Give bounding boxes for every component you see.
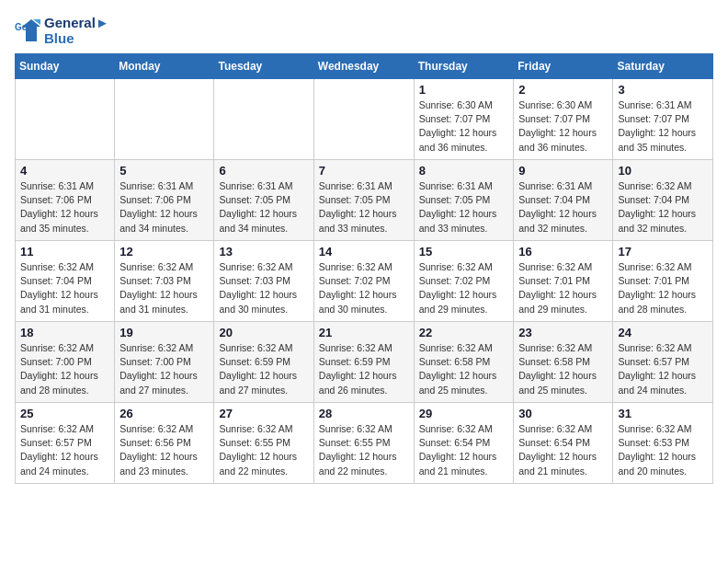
calendar-cell: 10Sunrise: 6:32 AM Sunset: 7:04 PM Dayli… bbox=[613, 160, 713, 241]
day-number: 8 bbox=[419, 164, 509, 178]
day-info: Sunrise: 6:32 AM Sunset: 6:59 PM Dayligh… bbox=[319, 341, 409, 397]
day-number: 2 bbox=[518, 83, 608, 97]
calendar-cell: 31Sunrise: 6:32 AM Sunset: 6:53 PM Dayli… bbox=[613, 403, 713, 484]
calendar-cell bbox=[214, 79, 313, 160]
calendar-week-4: 18Sunrise: 6:32 AM Sunset: 7:00 PM Dayli… bbox=[16, 322, 713, 403]
weekday-tuesday: Tuesday bbox=[214, 54, 313, 79]
calendar-body: 1Sunrise: 6:30 AM Sunset: 7:07 PM Daylig… bbox=[16, 79, 713, 484]
weekday-wednesday: Wednesday bbox=[313, 54, 414, 79]
calendar-cell: 18Sunrise: 6:32 AM Sunset: 7:00 PM Dayli… bbox=[16, 322, 115, 403]
calendar-cell bbox=[115, 79, 214, 160]
day-info: Sunrise: 6:31 AM Sunset: 7:04 PM Dayligh… bbox=[518, 179, 608, 236]
calendar-cell: 28Sunrise: 6:32 AM Sunset: 6:55 PM Dayli… bbox=[313, 403, 414, 484]
day-info: Sunrise: 6:32 AM Sunset: 6:55 PM Dayligh… bbox=[319, 422, 409, 478]
day-number: 28 bbox=[319, 407, 409, 420]
day-info: Sunrise: 6:32 AM Sunset: 6:56 PM Dayligh… bbox=[119, 422, 209, 478]
day-number: 10 bbox=[618, 164, 708, 178]
day-number: 20 bbox=[219, 326, 308, 339]
day-info: Sunrise: 6:32 AM Sunset: 6:58 PM Dayligh… bbox=[419, 341, 509, 397]
calendar-week-3: 11Sunrise: 6:32 AM Sunset: 7:04 PM Dayli… bbox=[16, 241, 713, 322]
calendar-cell: 17Sunrise: 6:32 AM Sunset: 7:01 PM Dayli… bbox=[613, 241, 713, 322]
calendar-cell: 30Sunrise: 6:32 AM Sunset: 6:54 PM Dayli… bbox=[514, 403, 613, 484]
day-number: 5 bbox=[119, 164, 209, 178]
calendar-cell: 23Sunrise: 6:32 AM Sunset: 6:58 PM Dayli… bbox=[514, 322, 613, 403]
day-number: 15 bbox=[419, 245, 509, 259]
day-info: Sunrise: 6:32 AM Sunset: 6:55 PM Dayligh… bbox=[219, 422, 308, 478]
day-number: 11 bbox=[20, 245, 109, 259]
calendar-cell: 15Sunrise: 6:32 AM Sunset: 7:02 PM Dayli… bbox=[414, 241, 514, 322]
day-info: Sunrise: 6:32 AM Sunset: 7:00 PM Dayligh… bbox=[119, 341, 209, 397]
day-number: 1 bbox=[419, 83, 509, 97]
day-number: 18 bbox=[20, 326, 109, 339]
day-info: Sunrise: 6:31 AM Sunset: 7:05 PM Dayligh… bbox=[419, 179, 509, 236]
day-info: Sunrise: 6:32 AM Sunset: 7:02 PM Dayligh… bbox=[319, 260, 409, 316]
calendar-cell: 9Sunrise: 6:31 AM Sunset: 7:04 PM Daylig… bbox=[514, 160, 613, 241]
day-info: Sunrise: 6:32 AM Sunset: 7:03 PM Dayligh… bbox=[119, 260, 209, 316]
calendar-cell: 25Sunrise: 6:32 AM Sunset: 6:57 PM Dayli… bbox=[16, 403, 115, 484]
weekday-saturday: Saturday bbox=[613, 54, 713, 79]
day-info: Sunrise: 6:32 AM Sunset: 6:57 PM Dayligh… bbox=[20, 422, 109, 478]
day-info: Sunrise: 6:32 AM Sunset: 6:58 PM Dayligh… bbox=[518, 341, 608, 397]
day-number: 27 bbox=[219, 407, 308, 420]
day-info: Sunrise: 6:31 AM Sunset: 7:05 PM Dayligh… bbox=[219, 179, 308, 236]
day-info: Sunrise: 6:31 AM Sunset: 7:06 PM Dayligh… bbox=[20, 179, 109, 236]
calendar-cell: 3Sunrise: 6:31 AM Sunset: 7:07 PM Daylig… bbox=[613, 79, 713, 160]
calendar-cell bbox=[16, 79, 115, 160]
calendar-cell: 14Sunrise: 6:32 AM Sunset: 7:02 PM Dayli… bbox=[313, 241, 414, 322]
weekday-sunday: Sunday bbox=[16, 54, 115, 79]
day-info: Sunrise: 6:32 AM Sunset: 7:04 PM Dayligh… bbox=[20, 260, 109, 316]
day-info: Sunrise: 6:32 AM Sunset: 7:01 PM Dayligh… bbox=[618, 260, 708, 316]
logo-icon: Gen bbox=[15, 17, 40, 43]
day-number: 25 bbox=[20, 407, 109, 420]
calendar-cell: 1Sunrise: 6:30 AM Sunset: 7:07 PM Daylig… bbox=[414, 79, 514, 160]
calendar-cell: 22Sunrise: 6:32 AM Sunset: 6:58 PM Dayli… bbox=[414, 322, 514, 403]
day-number: 26 bbox=[119, 407, 209, 420]
calendar-week-5: 25Sunrise: 6:32 AM Sunset: 6:57 PM Dayli… bbox=[16, 403, 713, 484]
day-info: Sunrise: 6:32 AM Sunset: 7:04 PM Dayligh… bbox=[618, 179, 708, 236]
day-number: 31 bbox=[618, 407, 708, 420]
day-info: Sunrise: 6:32 AM Sunset: 6:59 PM Dayligh… bbox=[219, 341, 308, 397]
day-number: 19 bbox=[119, 326, 209, 339]
calendar-cell: 24Sunrise: 6:32 AM Sunset: 6:57 PM Dayli… bbox=[613, 322, 713, 403]
calendar-cell: 5Sunrise: 6:31 AM Sunset: 7:06 PM Daylig… bbox=[115, 160, 214, 241]
calendar-cell: 7Sunrise: 6:31 AM Sunset: 7:05 PM Daylig… bbox=[313, 160, 414, 241]
day-number: 7 bbox=[319, 164, 409, 178]
calendar-cell: 20Sunrise: 6:32 AM Sunset: 6:59 PM Dayli… bbox=[214, 322, 313, 403]
day-info: Sunrise: 6:32 AM Sunset: 6:54 PM Dayligh… bbox=[518, 422, 608, 478]
calendar-table: SundayMondayTuesdayWednesdayThursdayFrid… bbox=[15, 53, 713, 484]
weekday-thursday: Thursday bbox=[414, 54, 514, 79]
page-header: Gen General► Blue bbox=[15, 15, 713, 46]
logo-text: General► Blue bbox=[44, 15, 109, 46]
day-number: 24 bbox=[618, 326, 708, 339]
weekday-friday: Friday bbox=[514, 54, 613, 79]
day-number: 13 bbox=[219, 245, 308, 259]
calendar-cell: 12Sunrise: 6:32 AM Sunset: 7:03 PM Dayli… bbox=[115, 241, 214, 322]
day-number: 22 bbox=[419, 326, 509, 339]
calendar-cell: 27Sunrise: 6:32 AM Sunset: 6:55 PM Dayli… bbox=[214, 403, 313, 484]
day-info: Sunrise: 6:32 AM Sunset: 6:57 PM Dayligh… bbox=[618, 341, 708, 397]
day-number: 12 bbox=[119, 245, 209, 259]
calendar-cell: 4Sunrise: 6:31 AM Sunset: 7:06 PM Daylig… bbox=[16, 160, 115, 241]
day-info: Sunrise: 6:32 AM Sunset: 6:53 PM Dayligh… bbox=[618, 422, 708, 478]
day-info: Sunrise: 6:31 AM Sunset: 7:05 PM Dayligh… bbox=[319, 179, 409, 236]
weekday-header-row: SundayMondayTuesdayWednesdayThursdayFrid… bbox=[16, 54, 713, 79]
calendar-week-1: 1Sunrise: 6:30 AM Sunset: 7:07 PM Daylig… bbox=[16, 79, 713, 160]
calendar-cell: 29Sunrise: 6:32 AM Sunset: 6:54 PM Dayli… bbox=[414, 403, 514, 484]
day-info: Sunrise: 6:32 AM Sunset: 7:00 PM Dayligh… bbox=[20, 341, 109, 397]
day-info: Sunrise: 6:32 AM Sunset: 7:01 PM Dayligh… bbox=[518, 260, 608, 316]
calendar-cell: 6Sunrise: 6:31 AM Sunset: 7:05 PM Daylig… bbox=[214, 160, 313, 241]
day-number: 30 bbox=[518, 407, 608, 420]
calendar-cell: 8Sunrise: 6:31 AM Sunset: 7:05 PM Daylig… bbox=[414, 160, 514, 241]
day-info: Sunrise: 6:32 AM Sunset: 7:03 PM Dayligh… bbox=[219, 260, 308, 316]
day-number: 3 bbox=[618, 83, 708, 97]
day-info: Sunrise: 6:30 AM Sunset: 7:07 PM Dayligh… bbox=[419, 98, 509, 155]
calendar-cell: 26Sunrise: 6:32 AM Sunset: 6:56 PM Dayli… bbox=[115, 403, 214, 484]
day-info: Sunrise: 6:31 AM Sunset: 7:06 PM Dayligh… bbox=[119, 179, 209, 236]
logo: Gen General► Blue bbox=[15, 15, 109, 46]
day-number: 21 bbox=[319, 326, 409, 339]
calendar-cell: 13Sunrise: 6:32 AM Sunset: 7:03 PM Dayli… bbox=[214, 241, 313, 322]
day-info: Sunrise: 6:30 AM Sunset: 7:07 PM Dayligh… bbox=[518, 98, 608, 155]
calendar-cell: 21Sunrise: 6:32 AM Sunset: 6:59 PM Dayli… bbox=[313, 322, 414, 403]
day-number: 17 bbox=[618, 245, 708, 259]
day-number: 6 bbox=[219, 164, 308, 178]
